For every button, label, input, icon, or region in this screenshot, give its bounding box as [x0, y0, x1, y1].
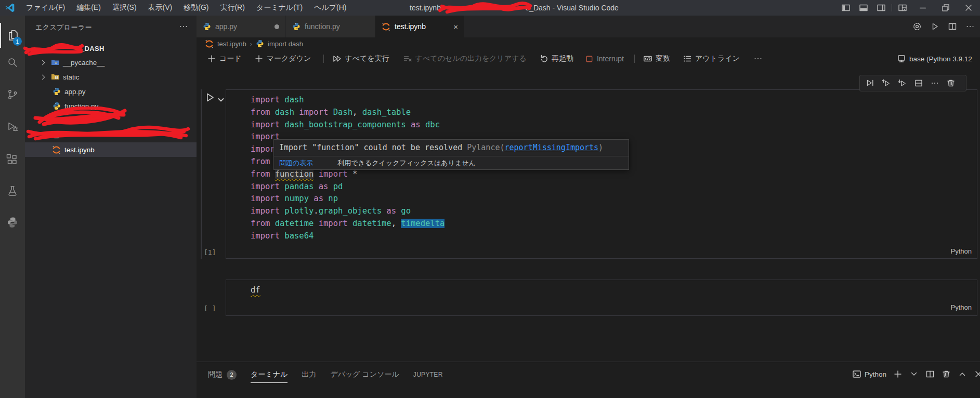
restore-button[interactable] [934, 0, 957, 16]
activity-item-extensions[interactable] [0, 148, 25, 173]
diagnostic-code-link[interactable]: reportMissingImports [504, 143, 598, 152]
code-token: as [411, 120, 425, 129]
run-cell-button[interactable] [204, 92, 226, 104]
split-cell-icon[interactable] [914, 78, 923, 88]
tab-test-ipynb[interactable]: test.ipynb× [375, 16, 465, 37]
panel-tab-JUPYTER[interactable]: JUPYTER [413, 364, 443, 386]
menu-s[interactable]: 選択(S) [107, 0, 142, 16]
menu-h[interactable]: ヘルプ(H) [308, 0, 352, 16]
close-window-button[interactable] [957, 0, 980, 16]
breadcrumb[interactable]: test.ipynb › import dash [205, 37, 303, 50]
split-editor-icon[interactable] [948, 22, 957, 31]
tree-item-__pycache__[interactable]: __pycache__ [25, 55, 197, 70]
explorer-more-actions-icon[interactable] [179, 22, 188, 31]
clear-all-outputs-button[interactable]: すべてのセルの出力をクリアする [403, 54, 527, 63]
restart-kernel-button[interactable]: 再起動 [539, 54, 573, 63]
code-cell-1[interactable]: import dashfrom dash import Dash, dash_t… [226, 89, 977, 259]
more-editor-actions-icon[interactable] [965, 22, 975, 31]
activity-item-source-control[interactable] [0, 82, 25, 107]
interrupt-button[interactable]: Interrupt [585, 55, 624, 63]
terminal-dropdown-icon[interactable] [909, 369, 919, 379]
cell-1-language[interactable]: Python [951, 247, 972, 255]
maximize-panel-icon[interactable] [958, 369, 967, 379]
menu-t[interactable]: ターミナル(T) [251, 0, 308, 16]
tree-item-static[interactable]: static [25, 70, 197, 84]
activity-item-search[interactable] [0, 50, 25, 75]
execute-above-icon[interactable] [882, 78, 891, 88]
code-line[interactable]: df [251, 284, 977, 297]
code-token: go [401, 206, 411, 216]
tree-root-folder[interactable]: _DASH [25, 41, 197, 56]
tab-function-py[interactable]: function.py [286, 16, 375, 37]
code-cell-2[interactable]: df [226, 280, 977, 316]
delete-cell-icon[interactable] [946, 78, 956, 88]
breadcrumb-symbol[interactable]: import dash [268, 40, 303, 48]
execute-below-icon[interactable] [898, 78, 907, 88]
menu-f[interactable]: ファイル(F) [20, 0, 71, 16]
panel-tab-デバッグ-コンソール[interactable]: デバッグ コンソール [330, 364, 399, 386]
view-problem-link[interactable]: 問題の表示 [279, 158, 313, 168]
python-gray-icon [7, 217, 18, 228]
menu-e[interactable]: 編集(E) [71, 0, 107, 16]
variables-button[interactable]: 変数 [643, 54, 670, 63]
toggle-secondary-sidebar-icon[interactable] [872, 0, 890, 16]
outline-icon [683, 54, 692, 63]
chevron-down-icon [216, 95, 226, 104]
kill-terminal-icon[interactable] [942, 369, 951, 379]
activity-item-explorer[interactable]: 1 [0, 23, 25, 48]
breadcrumb-file[interactable]: test.ipynb [217, 40, 246, 48]
more-actions-icon[interactable] [930, 78, 939, 88]
add-markdown-cell-button[interactable]: マークダウン [254, 54, 311, 63]
activity-item-python[interactable] [0, 210, 25, 235]
yellow-circle-icon [52, 117, 61, 125]
code-line[interactable]: from datetime import datetime, timedelta [251, 218, 977, 230]
panel-tab-問題[interactable]: 問題2 [208, 364, 237, 386]
diagnostic-tooltip: Import "function" could not be resolved … [273, 139, 629, 170]
code-line[interactable]: from function import * [251, 168, 977, 181]
code-line[interactable]: import dash_bootstrap_components as dbc [251, 119, 977, 131]
terminal-profile[interactable]: Python [852, 369, 886, 379]
more-toolbar-actions-icon[interactable] [753, 54, 763, 63]
source-control-icon [6, 88, 19, 101]
panel-tab-ターミナル[interactable]: ターミナル [251, 364, 288, 386]
run-by-line-icon[interactable] [866, 78, 875, 88]
code-token: dash_table [362, 108, 411, 117]
activity-item-run-debug[interactable] [0, 114, 25, 139]
run-script-icon[interactable] [930, 22, 939, 31]
tab-app-py[interactable]: app.py [197, 16, 286, 37]
toggle-panel-icon[interactable] [855, 0, 872, 16]
run-all-button[interactable]: すべてを実行 [332, 54, 389, 63]
python-file-icon [203, 22, 211, 31]
customize-layout-icon[interactable] [894, 0, 911, 16]
code-line[interactable]: import numpy as np [251, 193, 977, 205]
activity-item-testing[interactable] [0, 179, 25, 204]
tree-item-redacted-4[interactable] [25, 113, 197, 128]
close-tab-icon[interactable]: × [453, 22, 458, 31]
toggle-sidebar-icon[interactable] [837, 0, 855, 16]
code-line[interactable]: import base64 [251, 230, 977, 243]
close-panel-icon[interactable] [974, 369, 980, 379]
panel-tab-出力[interactable]: 出力 [302, 364, 316, 386]
code-token: df [251, 285, 260, 295]
cell-2-language[interactable]: Python [951, 303, 972, 311]
menu-r[interactable]: 実行(R) [214, 0, 250, 16]
tree-item-test.ipynb[interactable]: test.ipynb [25, 142, 197, 157]
menu-g[interactable]: 移動(G) [178, 0, 214, 16]
gear-icon[interactable] [912, 22, 922, 31]
tree-item-redacted-5[interactable] [25, 128, 197, 142]
code-token: import [299, 108, 333, 117]
minimize-button[interactable] [911, 0, 934, 16]
outline-button[interactable]: アウトライン [683, 54, 740, 63]
kernel-picker[interactable]: base (Python 3.9.12 [897, 50, 980, 68]
menu-v[interactable]: 表示(V) [142, 0, 178, 16]
code-line[interactable]: import plotly.graph_objects as go [251, 205, 977, 218]
sidebar-title: エクスプローラー [35, 23, 92, 32]
tree-item-app.py[interactable]: app.py [25, 84, 197, 99]
split-terminal-icon[interactable] [925, 369, 935, 379]
code-line[interactable]: import dash [251, 94, 977, 107]
code-line[interactable]: import pandas as pd [251, 181, 977, 193]
add-code-cell-button[interactable]: コード [207, 54, 242, 63]
tree-item-function.py[interactable]: function.py [25, 99, 197, 113]
new-terminal-icon[interactable] [893, 369, 903, 379]
code-line[interactable]: from dash import Dash, dash_table [251, 107, 977, 119]
